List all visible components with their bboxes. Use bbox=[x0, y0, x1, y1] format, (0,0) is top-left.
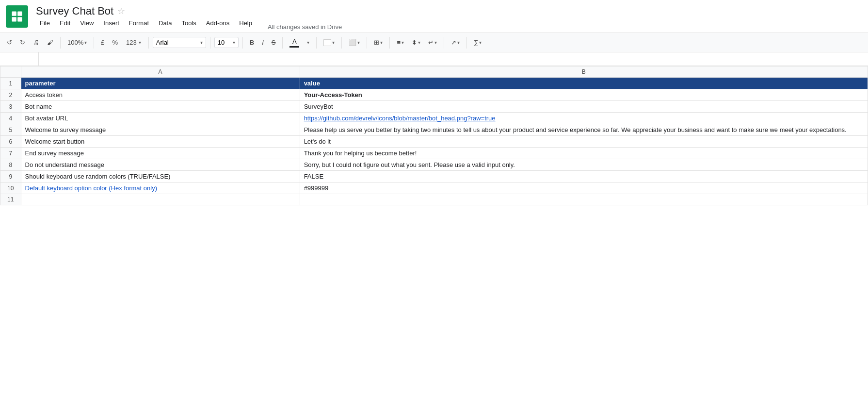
header-cell-b[interactable]: value bbox=[300, 78, 868, 89]
rotate-button[interactable]: ↗ ▾ bbox=[448, 37, 463, 48]
svg-rect-0 bbox=[12, 11, 16, 16]
cell-a-4[interactable]: Bot avatar URL bbox=[21, 113, 300, 124]
cell-a-6[interactable]: Welcome start button bbox=[21, 136, 300, 148]
menu-edit[interactable]: Edit bbox=[56, 18, 74, 28]
valign-button[interactable]: ⬍ ▾ bbox=[409, 37, 423, 48]
cell-b-10[interactable]: #999999 bbox=[300, 182, 868, 194]
format-dropdown[interactable]: 123 ▾ bbox=[123, 37, 145, 48]
formula-input[interactable] bbox=[39, 52, 868, 66]
cell-b-9[interactable]: FALSE bbox=[300, 171, 868, 182]
star-icon[interactable]: ☆ bbox=[117, 6, 125, 17]
border-color-chevron[interactable]: ▾ bbox=[304, 38, 312, 47]
cell-reference[interactable] bbox=[0, 52, 39, 66]
menu-data[interactable]: Data bbox=[155, 18, 176, 28]
cell-a-11[interactable] bbox=[21, 194, 300, 205]
table-row: 2Access tokenYour-Access-Token bbox=[0, 89, 868, 101]
cell-b-4[interactable]: https://github.com/devrelv/icons/blob/ma… bbox=[300, 113, 868, 124]
separator-8 bbox=[341, 37, 342, 49]
svg-rect-1 bbox=[17, 11, 22, 16]
row-num-11: 11 bbox=[0, 194, 21, 205]
cell-b-6[interactable]: Let's do it bbox=[300, 136, 868, 148]
row-num-7: 7 bbox=[0, 148, 21, 159]
header-cell-a[interactable]: parameter bbox=[21, 78, 300, 89]
format-label: 123 bbox=[126, 39, 137, 46]
app-icon bbox=[6, 5, 28, 28]
cell-a-5[interactable]: Welcome to survey message bbox=[21, 124, 300, 136]
bold-button[interactable]: B bbox=[247, 37, 257, 48]
font-name: Arial bbox=[156, 39, 169, 46]
table-row: 10Default keyboard option color (Hex for… bbox=[0, 182, 868, 194]
cell-b-2[interactable]: Your-Access-Token bbox=[300, 89, 868, 101]
cell-a-8[interactable]: Do not understand message bbox=[21, 159, 300, 171]
font-selector[interactable]: Arial ▾ bbox=[153, 37, 206, 48]
cell-a-3[interactable]: Bot name bbox=[21, 101, 300, 113]
menu-format[interactable]: Format bbox=[125, 18, 153, 28]
italic-button[interactable]: I bbox=[259, 37, 267, 48]
cell-b-7[interactable]: Thank you for helping us become better! bbox=[300, 148, 868, 159]
separator-3 bbox=[148, 37, 149, 49]
menu-tools[interactable]: Tools bbox=[177, 18, 200, 28]
cell-a-2[interactable]: Access token bbox=[21, 89, 300, 101]
row-num-9: 9 bbox=[0, 171, 21, 182]
separator-10 bbox=[389, 37, 390, 49]
fill-color-button[interactable]: ▾ bbox=[321, 37, 338, 48]
font-size: 10 bbox=[218, 39, 225, 46]
cell-a-10[interactable]: Default keyboard option color (Hex forma… bbox=[21, 182, 300, 194]
cell-b-11[interactable] bbox=[300, 194, 868, 205]
merge-button[interactable]: ⊞ ▾ bbox=[371, 37, 386, 48]
spreadsheet-container: A B 1parametervalue2Access tokenYour-Acc… bbox=[0, 66, 868, 205]
menu-addons[interactable]: Add-ons bbox=[202, 18, 233, 28]
currency-button[interactable]: £ bbox=[98, 37, 107, 48]
svg-rect-3 bbox=[17, 17, 22, 21]
bold-b-2: Your-Access-Token bbox=[304, 91, 362, 99]
spreadsheet-table: A B 1parametervalue2Access tokenYour-Acc… bbox=[0, 66, 868, 205]
border-line bbox=[289, 46, 299, 48]
link-a-10[interactable]: Default keyboard option color (Hex forma… bbox=[25, 184, 157, 192]
column-headers-row: A B bbox=[0, 66, 868, 78]
separator-1 bbox=[60, 37, 61, 49]
row-num-5: 5 bbox=[0, 124, 21, 136]
border-button[interactable]: ⬜ ▾ bbox=[346, 37, 363, 48]
toolbar: ↺ ↻ 🖨 🖌 100% ▾ £ % 123 ▾ Arial ▾ 10 ▾ B … bbox=[0, 33, 868, 52]
link-b-4[interactable]: https://github.com/devrelv/icons/blob/ma… bbox=[304, 115, 496, 122]
undo-button[interactable]: ↺ bbox=[4, 37, 15, 48]
redo-button[interactable]: ↻ bbox=[17, 37, 28, 48]
table-row: 7End survey messageThank you for helping… bbox=[0, 148, 868, 159]
font-size-selector[interactable]: 10 ▾ bbox=[214, 37, 239, 48]
row-num-1: 1 bbox=[0, 78, 21, 89]
menu-insert[interactable]: Insert bbox=[99, 18, 123, 28]
menu-view[interactable]: View bbox=[76, 18, 97, 28]
col-header-b[interactable]: B bbox=[300, 66, 868, 78]
separator-9 bbox=[367, 37, 367, 49]
row-num-2: 2 bbox=[0, 89, 21, 101]
percent-button[interactable]: % bbox=[109, 37, 121, 48]
spreadsheet[interactable]: A B 1parametervalue2Access tokenYour-Acc… bbox=[0, 66, 868, 205]
border-color-button[interactable]: A bbox=[287, 37, 302, 49]
separator-2 bbox=[94, 37, 94, 49]
separator-5 bbox=[242, 37, 243, 49]
menu-bar: File Edit View Insert Format Data Tools … bbox=[36, 18, 256, 28]
cell-a-9[interactable]: Should keyboard use random colors (TRUE/… bbox=[21, 171, 300, 182]
align-left-button[interactable]: ≡ ▾ bbox=[394, 37, 407, 48]
paint-format-button[interactable]: 🖌 bbox=[44, 37, 56, 48]
document-title[interactable]: Survey Chat Bot bbox=[36, 5, 113, 17]
print-button[interactable]: 🖨 bbox=[30, 37, 42, 48]
strikethrough-button[interactable]: S bbox=[269, 37, 279, 48]
top-bar: Survey Chat Bot ☆ File Edit View Insert … bbox=[0, 0, 868, 33]
cell-a-7[interactable]: End survey message bbox=[21, 148, 300, 159]
title-area: Survey Chat Bot ☆ File Edit View Insert … bbox=[36, 5, 256, 28]
svg-rect-2 bbox=[12, 17, 16, 21]
cell-b-5[interactable]: Please help us serve you better by takin… bbox=[300, 124, 868, 136]
col-header-a[interactable]: A bbox=[21, 66, 300, 78]
cell-b-3[interactable]: SurveyBot bbox=[300, 101, 868, 113]
menu-file[interactable]: File bbox=[36, 18, 54, 28]
table-row: 5Welcome to survey messagePlease help us… bbox=[0, 124, 868, 136]
fill-chevron: ▾ bbox=[332, 40, 335, 45]
menu-help[interactable]: Help bbox=[235, 18, 256, 28]
cell-b-8[interactable]: Sorry, but I could not figure out what y… bbox=[300, 159, 868, 171]
wrap-button[interactable]: ↵ ▾ bbox=[425, 37, 440, 48]
border-label: A bbox=[292, 38, 297, 45]
function-button[interactable]: ∑ ▾ bbox=[471, 37, 484, 48]
zoom-button[interactable]: 100% ▾ bbox=[64, 37, 90, 48]
row-num-3: 3 bbox=[0, 101, 21, 113]
